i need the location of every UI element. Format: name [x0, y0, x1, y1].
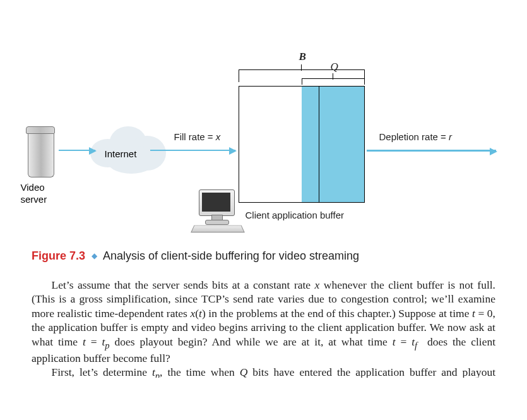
paragraph-1: Let’s assume that the server sends bits …: [32, 278, 495, 365]
q-bracket: [302, 78, 365, 85]
figure-caption: Figure 7.3 ◆ Analysis of client-side buf…: [32, 249, 508, 263]
arrow-internet-to-buffer: [150, 150, 235, 151]
paragraph-2-cut: First, let’s determine tp, the time when…: [32, 365, 495, 378]
server-label: Video server: [21, 182, 47, 206]
label-B: B: [299, 51, 306, 63]
figure-title: Analysis of client-side buffering for vi…: [103, 249, 359, 262]
server-icon: [26, 126, 55, 177]
q-divider: [319, 87, 319, 202]
arrow-buffer-depletion: [367, 150, 496, 152]
buffered-content: [302, 87, 364, 202]
arrow-server-to-internet: [59, 150, 95, 151]
client-computer-icon: [192, 189, 243, 234]
depletion-rate-label: Depletion rate = r: [379, 131, 453, 142]
fill-rate-label: Fill rate = x: [174, 131, 221, 142]
internet-cloud-icon: [90, 120, 166, 171]
internet-label: Internet: [105, 148, 137, 159]
client-buffer-label: Client application buffer: [246, 210, 345, 220]
client-buffer-box: [239, 86, 365, 203]
figure-number: Figure 7.3: [32, 249, 85, 262]
body-text: Let’s assume that the server sends bits …: [32, 278, 495, 378]
label-Q: Q: [331, 61, 338, 73]
diamond-icon: ◆: [92, 251, 97, 260]
buffering-diagram: B Q Video server Internet Fill rate = x: [21, 19, 507, 231]
